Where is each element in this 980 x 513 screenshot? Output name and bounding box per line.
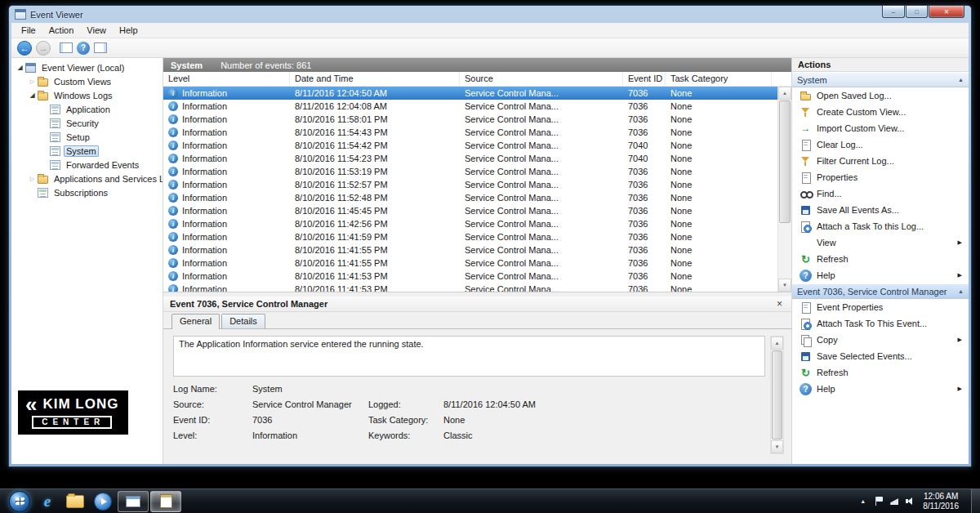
close-icon[interactable]: × [774, 298, 785, 310]
show-action-pane-icon[interactable] [94, 42, 107, 53]
action-create-custom-view[interactable]: Create Custom View... [792, 104, 969, 120]
internet-explorer-icon[interactable]: e [34, 491, 60, 512]
event-row[interactable]: iInformation8/10/2016 11:41:55 PMService… [163, 256, 777, 270]
action-find[interactable]: Find... [792, 185, 969, 202]
tree-item-event-viewer-local[interactable]: ◢Event Viewer (Local) [11, 60, 163, 74]
event-row[interactable]: iInformation8/10/2016 11:54:43 PMService… [163, 126, 777, 139]
action-copy[interactable]: Copy▶ [792, 332, 969, 348]
save-events-icon [800, 350, 812, 363]
maximize-button[interactable]: □ [906, 6, 928, 18]
title-bar[interactable]: Event Viewer –□× [9, 6, 971, 23]
event-row[interactable]: iInformation8/10/2016 11:52:57 PMService… [163, 178, 777, 191]
event-row[interactable]: iInformation8/10/2016 11:42:56 PMService… [163, 217, 777, 230]
tree-item-application[interactable]: Application [11, 102, 163, 116]
volume-icon[interactable] [906, 497, 915, 506]
event-row[interactable]: iInformation8/10/2016 11:41:53 PMService… [163, 270, 777, 283]
event-row[interactable]: iInformation8/11/2016 12:04:50 AMService… [163, 87, 777, 100]
tree-expander-icon[interactable]: ▷ [27, 78, 38, 85]
action-view[interactable]: View▶ [792, 234, 969, 251]
tree-item-forwarded-events[interactable]: Forwarded Events [11, 158, 163, 172]
event-row[interactable]: iInformation8/10/2016 11:41:55 PMService… [163, 243, 777, 256]
event-row[interactable]: iInformation8/10/2016 11:53:19 PMService… [163, 165, 777, 178]
action-attach-a-task-to-this-log[interactable]: Attach a Task To this Log... [792, 218, 969, 234]
action-import-custom-view[interactable]: →Import Custom View... [792, 120, 969, 136]
action-label: Save All Events As... [817, 205, 964, 215]
scroll-up-icon[interactable]: ▲ [778, 87, 791, 100]
folder-icon [38, 176, 48, 184]
hidden-icons-button[interactable]: ▲ [858, 496, 868, 506]
taskbar-clock[interactable]: 12:06 AM 8/11/2016 [923, 492, 959, 511]
event-row[interactable]: iInformation8/11/2016 12:04:08 AMService… [163, 100, 777, 113]
action-open-saved-log[interactable]: Open Saved Log... [792, 87, 969, 104]
action-help[interactable]: ?Help▶ [792, 381, 969, 397]
back-icon[interactable]: ← [17, 41, 32, 56]
tree-item-custom-views[interactable]: ▷Custom Views [11, 74, 163, 88]
media-player-icon[interactable] [90, 491, 116, 512]
event-row[interactable]: iInformation8/10/2016 11:54:42 PMService… [163, 139, 777, 152]
tab-details[interactable]: Details [221, 314, 265, 328]
action-center-icon[interactable] [875, 497, 884, 506]
network-icon[interactable] [890, 497, 899, 506]
column-header-date-and-time[interactable]: Date and Time [290, 72, 460, 86]
menu-help[interactable]: Help [113, 24, 145, 37]
event-row[interactable]: iInformation8/10/2016 11:45:45 PMService… [163, 204, 777, 217]
action-attach-task-to-this-event[interactable]: Attach Task To This Event... [792, 315, 969, 332]
event-row[interactable]: iInformation8/10/2016 11:54:23 PMService… [163, 152, 777, 165]
action-refresh[interactable]: ↻Refresh [792, 364, 969, 381]
event-row[interactable]: iInformation8/10/2016 11:52:48 PMService… [163, 191, 777, 204]
event-row[interactable]: iInformation8/10/2016 11:41:53 PMService… [163, 283, 777, 292]
tree-item-setup[interactable]: Setup [11, 130, 163, 144]
close-button[interactable]: × [929, 6, 964, 18]
column-header-task-category[interactable]: Task Category [666, 72, 772, 86]
windows-explorer-icon[interactable] [62, 491, 88, 512]
action-save-selected-events[interactable]: Save Selected Events... [792, 348, 969, 364]
scroll-thumb[interactable] [772, 350, 782, 439]
tree-expander-icon[interactable]: ◢ [27, 91, 38, 99]
action-refresh[interactable]: ↻Refresh [792, 251, 969, 267]
tree-item-security[interactable]: Security [11, 116, 163, 130]
minimize-button[interactable]: – [882, 6, 905, 18]
source-cell: Service Control Mana... [460, 167, 623, 176]
action-help[interactable]: ?Help▶ [792, 267, 969, 283]
tree-item-applications-and-services-lo[interactable]: ▷Applications and Services Lo [11, 172, 163, 185]
tree-item-system[interactable]: System [11, 144, 163, 158]
menu-file[interactable]: File [15, 24, 42, 37]
column-header-event-id[interactable]: Event ID [623, 72, 666, 86]
scroll-up-icon[interactable]: ▲ [771, 337, 783, 350]
tree-item-subscriptions[interactable]: Subscriptions [11, 185, 163, 199]
column-header-level[interactable]: Level [163, 72, 290, 86]
forward-icon[interactable]: → [36, 41, 51, 56]
action-save-all-events-as[interactable]: Save All Events As... [792, 202, 969, 218]
action-filter-current-log[interactable]: Filter Current Log... [792, 153, 969, 169]
taskbar-event-viewer-app[interactable] [150, 491, 181, 512]
column-header-source[interactable]: Source [460, 72, 623, 86]
event-row[interactable]: iInformation8/10/2016 11:41:59 PMService… [163, 230, 777, 243]
event-list-scrollbar[interactable]: ▲ ▼ [777, 87, 791, 292]
help-icon[interactable]: ? [77, 42, 90, 55]
event-row[interactable]: iInformation8/10/2016 11:58:01 PMService… [163, 113, 777, 126]
tree-item-windows-logs[interactable]: ◢Windows Logs [11, 88, 163, 102]
menu-view[interactable]: View [80, 24, 113, 37]
tree-expander-icon[interactable]: ▷ [27, 176, 38, 182]
taskbar-running-app[interactable] [118, 491, 149, 512]
tab-general[interactable]: General [172, 314, 220, 329]
show-desktop-button[interactable] [971, 489, 980, 513]
detail-scrollbar[interactable]: ▲ ▼ [770, 336, 784, 454]
scroll-down-icon[interactable]: ▼ [778, 279, 791, 292]
actions-section-header-system[interactable]: System▲ [792, 72, 969, 87]
action-event-properties[interactable]: Event Properties [792, 299, 969, 315]
collapse-icon[interactable]: ▲ [958, 288, 964, 294]
tree-expander-icon[interactable]: ◢ [15, 64, 25, 71]
scroll-thumb[interactable] [779, 100, 791, 223]
menu-action[interactable]: Action [42, 24, 81, 37]
action-clear-log[interactable]: Clear Log... [792, 136, 969, 153]
source-cell: Service Control Mana... [460, 88, 623, 98]
start-button[interactable] [7, 491, 33, 512]
action-properties[interactable]: Properties [792, 169, 969, 185]
scroll-down-icon[interactable]: ▼ [771, 440, 783, 453]
event-viewer-window: Event Viewer –□× FileActionViewHelp ←→? … [8, 5, 972, 467]
log-name: System [171, 60, 203, 70]
actions-section-header-event-7036-service-control-manager[interactable]: Event 7036, Service Control Manager▲ [792, 283, 969, 299]
collapse-icon[interactable]: ▲ [958, 77, 964, 83]
show-console-tree-icon[interactable] [60, 42, 73, 53]
